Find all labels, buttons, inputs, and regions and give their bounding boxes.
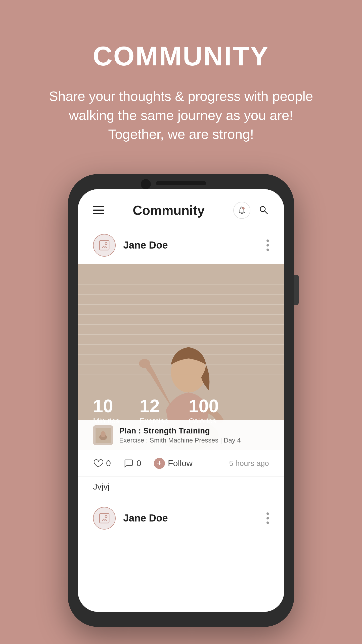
svg-point-21: [139, 359, 150, 368]
svg-rect-25: [100, 513, 109, 523]
plan-info-bar: Plan : Strength Training Exercise : Smit…: [78, 420, 284, 450]
post-more-options-button[interactable]: [266, 239, 269, 251]
svg-point-24: [101, 431, 106, 437]
second-user-avatar[interactable]: [93, 507, 116, 530]
svg-line-2: [264, 211, 267, 214]
app-header: Community: [78, 189, 284, 226]
second-post-user-name: Jane Doe: [123, 512, 168, 524]
follow-label: Follow: [168, 458, 193, 468]
post-image: 10 Minutes 12 Exercise 100 Calories: [78, 264, 284, 450]
exercise-value: 12: [140, 397, 160, 415]
plan-thumbnail: [93, 425, 113, 445]
phone-speaker: [156, 181, 206, 185]
phone-camera: [141, 179, 151, 189]
post-caption: Jvjvj: [78, 477, 284, 499]
second-post-user-left: Jane Doe: [93, 507, 168, 530]
page-subtitle: Share your thoughts & progress with peop…: [43, 87, 319, 144]
post-user-name: Jane Doe: [123, 239, 168, 251]
follow-button[interactable]: + Follow: [154, 458, 193, 469]
user-avatar[interactable]: [93, 234, 116, 257]
notification-button[interactable]: [233, 202, 250, 219]
phone-mockup: Community: [68, 174, 294, 627]
post-time-ago: 5 hours ago: [229, 459, 269, 468]
like-button[interactable]: 0: [93, 458, 111, 468]
plan-subtitle: Exercise : Smith Machine Presses | Day 4: [119, 436, 269, 444]
svg-rect-3: [100, 240, 109, 250]
svg-point-4: [105, 243, 107, 245]
post-user-row: Jane Doe: [78, 226, 284, 264]
page-title: COMMUNITY: [93, 40, 269, 72]
app-header-title: Community: [133, 203, 205, 218]
search-button[interactable]: [258, 204, 269, 216]
post-actions-row: 0 0 + Follow 5 hours ago: [78, 450, 284, 477]
hamburger-menu-button[interactable]: [93, 206, 104, 214]
plan-details: Plan : Strength Training Exercise : Smit…: [119, 426, 269, 444]
likes-count: 0: [106, 458, 111, 468]
phone-side-button: [294, 275, 299, 305]
comments-count: 0: [137, 458, 141, 468]
post-card: Jane Doe: [78, 226, 284, 612]
post-user-left: Jane Doe: [93, 234, 168, 257]
svg-point-26: [105, 515, 107, 517]
follow-plus-icon: +: [154, 458, 165, 469]
second-post-more-options-button[interactable]: [266, 512, 269, 524]
calories-value: 100: [189, 397, 219, 415]
comment-button[interactable]: 0: [123, 458, 141, 468]
plan-title: Plan : Strength Training: [119, 426, 269, 435]
header-icons: [233, 202, 269, 219]
svg-point-0: [242, 207, 245, 210]
minutes-value: 10: [93, 397, 113, 415]
phone-screen: Community: [78, 189, 284, 612]
second-post-user-row: Jane Doe: [78, 499, 284, 537]
